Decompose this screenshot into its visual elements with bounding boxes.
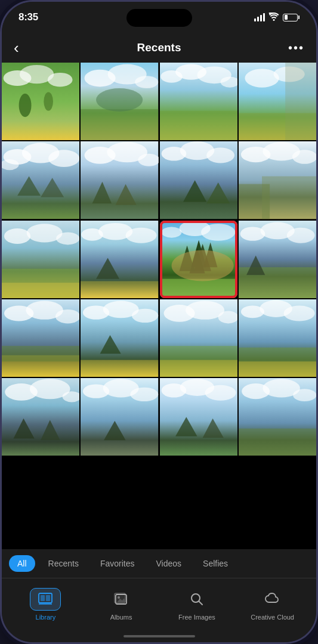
nav-label-creative-cloud: Creative Cloud xyxy=(251,614,294,621)
svg-rect-94 xyxy=(160,360,237,377)
library-icon xyxy=(38,593,53,606)
grid-cell-r4c2[interactable] xyxy=(81,299,158,377)
svg-point-9 xyxy=(135,76,158,88)
svg-rect-82 xyxy=(2,346,79,361)
svg-rect-46 xyxy=(262,177,316,219)
svg-line-133 xyxy=(199,602,202,605)
nav-label-library: Library xyxy=(36,614,56,621)
photo-grid xyxy=(2,63,316,549)
svg-rect-53 xyxy=(2,283,79,298)
grid-cell-r2c4[interactable] xyxy=(239,141,316,219)
nav-label-free-images: Free Images xyxy=(178,614,215,621)
grid-cell-r1c2[interactable] xyxy=(81,63,158,140)
grid-cell-r2c3[interactable] xyxy=(160,141,237,219)
signal-bars-icon xyxy=(254,13,265,21)
svg-point-26 xyxy=(48,150,79,168)
status-time: 8:35 xyxy=(18,11,38,23)
svg-point-4 xyxy=(19,94,32,117)
nav-item-free-images[interactable]: Free Images xyxy=(159,583,235,626)
grid-cell-r3c3-highlighted[interactable] xyxy=(160,221,237,298)
home-indicator xyxy=(2,630,316,642)
svg-rect-47 xyxy=(239,184,270,219)
svg-rect-88 xyxy=(81,360,158,377)
svg-point-57 xyxy=(126,227,157,243)
grid-cell-r3c1[interactable] xyxy=(2,221,79,298)
back-button[interactable]: ‹ xyxy=(14,39,38,57)
filter-tabs: All Recents Favorites Videos Selfies xyxy=(2,549,316,578)
svg-rect-22 xyxy=(239,113,316,141)
svg-point-115 xyxy=(205,385,236,401)
grid-container xyxy=(2,63,316,456)
svg-point-63 xyxy=(201,224,235,241)
grid-cell-r2c2[interactable] xyxy=(81,141,158,219)
grid-cell-r4c1[interactable] xyxy=(2,299,79,377)
grid-cell-r1c4[interactable] xyxy=(239,63,316,140)
svg-point-121 xyxy=(293,389,316,401)
home-bar xyxy=(124,635,195,637)
phone-frame: 8:35 ‹ Recents ••• xyxy=(0,0,318,644)
grid-cell-r5c4[interactable] xyxy=(239,378,316,456)
page-title: Recents xyxy=(137,41,181,54)
svg-rect-100 xyxy=(239,361,316,377)
svg-point-86 xyxy=(132,308,158,322)
grid-cell-r2c1[interactable] xyxy=(2,141,79,219)
grid-cell-r1c3[interactable] xyxy=(160,63,237,140)
filter-tab-all[interactable]: All xyxy=(9,555,35,572)
filter-tab-selfies[interactable]: Selfies xyxy=(194,555,236,572)
nav-label-albums: Albums xyxy=(110,614,132,621)
albums-icon xyxy=(114,593,128,606)
wifi-icon xyxy=(268,13,279,23)
svg-point-61 xyxy=(161,227,181,237)
svg-point-74 xyxy=(287,227,315,243)
grid-cell-r1c1[interactable] xyxy=(2,63,79,140)
filter-tab-videos[interactable]: Videos xyxy=(148,555,190,572)
nav-item-creative-cloud[interactable]: Creative Cloud xyxy=(234,583,310,626)
svg-point-19 xyxy=(245,69,279,87)
grid-cell-r5c2[interactable] xyxy=(81,378,158,456)
svg-rect-124 xyxy=(41,595,45,601)
search-icon xyxy=(190,593,203,606)
svg-point-39 xyxy=(206,148,234,163)
grid-cell-r3c4[interactable] xyxy=(239,221,316,298)
svg-point-49 xyxy=(4,228,30,244)
nav-item-library[interactable]: Library xyxy=(8,583,84,626)
svg-rect-59 xyxy=(81,281,158,298)
svg-point-110 xyxy=(131,388,159,401)
svg-point-98 xyxy=(283,305,314,321)
app-header: ‹ Recents ••• xyxy=(2,33,316,63)
svg-point-3 xyxy=(48,73,73,86)
bottom-nav: Library Albums Free Image xyxy=(2,578,316,630)
svg-point-80 xyxy=(55,309,79,323)
svg-point-5 xyxy=(44,92,53,110)
dynamic-island xyxy=(126,9,192,27)
creative-cloud-icon xyxy=(265,593,280,606)
svg-rect-10 xyxy=(81,109,158,140)
grid-cell-r5c3[interactable] xyxy=(160,378,237,456)
svg-point-11 xyxy=(96,88,143,112)
more-button[interactable]: ••• xyxy=(280,41,304,55)
svg-rect-122 xyxy=(239,429,316,456)
battery-icon xyxy=(283,14,300,21)
filter-tab-favorites[interactable]: Favorites xyxy=(92,555,143,572)
filter-tab-recents[interactable]: Recents xyxy=(40,555,87,572)
nav-item-albums[interactable]: Albums xyxy=(84,583,159,626)
status-icons xyxy=(254,13,300,23)
svg-point-92 xyxy=(218,311,237,323)
grid-cell-r3c2[interactable] xyxy=(81,221,158,298)
battery-fill xyxy=(285,15,288,20)
grid-cell-r5c1[interactable] xyxy=(2,378,79,456)
svg-point-45 xyxy=(292,150,316,164)
grid-cell-r4c4[interactable] xyxy=(239,299,316,377)
svg-rect-125 xyxy=(46,595,50,601)
svg-rect-69 xyxy=(160,278,237,298)
svg-point-70 xyxy=(171,250,233,281)
grid-cell-r4c3[interactable] xyxy=(160,299,237,377)
svg-point-130 xyxy=(118,596,120,599)
svg-rect-17 xyxy=(160,111,237,140)
svg-point-51 xyxy=(56,232,79,244)
